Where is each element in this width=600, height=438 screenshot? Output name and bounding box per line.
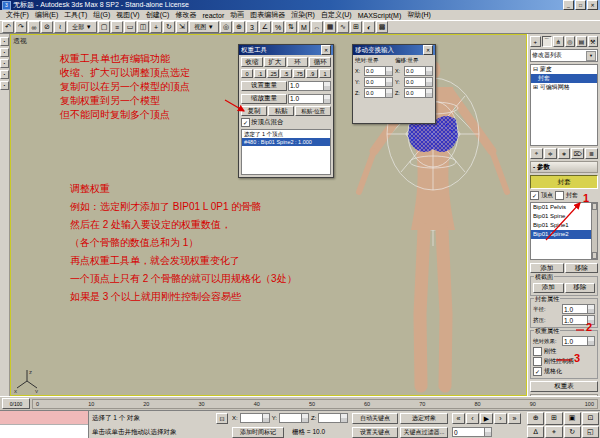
- menu-item[interactable]: 创建(C): [143, 10, 173, 20]
- spinner[interactable]: [425, 77, 433, 87]
- paste-position-button[interactable]: 粘贴-位置: [295, 106, 331, 116]
- snap-toggle-icon[interactable]: 3: [246, 21, 258, 33]
- close-button[interactable]: ✕: [587, 0, 598, 10]
- unlink-selection-icon[interactable]: ⊘: [41, 21, 53, 33]
- radius-field[interactable]: 1.0: [562, 304, 587, 314]
- spinner[interactable]: [385, 66, 393, 76]
- track-bar[interactable]: 0/100 0102030405060708090100: [0, 396, 600, 410]
- add-time-tag-button[interactable]: 添加时间标记: [232, 427, 284, 438]
- scrollbar[interactable]: [591, 203, 597, 259]
- listener-macro-row[interactable]: [0, 411, 88, 425]
- copy-weights-button[interactable]: 复制: [241, 106, 267, 116]
- make-unique-icon[interactable]: ∗: [558, 148, 571, 159]
- frame-ruler[interactable]: 0102030405060708090100: [32, 399, 598, 409]
- rectangular-selection-region-icon[interactable]: ▭: [124, 21, 136, 33]
- frame-number-field[interactable]: 0: [452, 427, 484, 437]
- menu-item[interactable]: 工具(T): [61, 10, 90, 20]
- normalize-checkbox[interactable]: [533, 367, 542, 376]
- vertex-select-button[interactable]: 收缩: [241, 57, 263, 67]
- menu-item[interactable]: 组(G): [90, 10, 113, 20]
- paste-weights-button[interactable]: 粘贴: [268, 106, 294, 116]
- play-button[interactable]: ▶: [480, 413, 493, 424]
- rigid-checkbox[interactable]: [533, 347, 542, 356]
- bone-list-item[interactable]: Bip01 Spine: [531, 212, 591, 221]
- vertex-select-button[interactable]: 扩大: [264, 57, 286, 67]
- use-pivot-point-icon[interactable]: ◎: [220, 21, 232, 33]
- weight-table-button[interactable]: 权重表: [530, 381, 598, 392]
- vertices-checkbox[interactable]: [530, 191, 539, 200]
- offset-coordinate-field[interactable]: 0.0: [404, 88, 425, 98]
- menu-item[interactable]: 图表编辑器: [247, 10, 288, 20]
- cross-section-add-button[interactable]: 添加: [533, 283, 564, 293]
- rigid-handles-checkbox[interactable]: [533, 357, 542, 366]
- absolute-coordinate-field[interactable]: 0.0: [364, 77, 385, 87]
- zoom-extents-icon[interactable]: ▣: [564, 412, 581, 425]
- menu-item[interactable]: 动画: [227, 10, 247, 20]
- z-coordinate-field[interactable]: [318, 413, 340, 423]
- percent-snap-icon[interactable]: %: [272, 21, 284, 33]
- vertex-weight-row[interactable]: #480 : Bip01 Spine2 : 1.000: [242, 138, 330, 146]
- left-dock-icon-4[interactable]: ▪: [0, 70, 9, 79]
- reference-coordinate-dropdown[interactable]: 视图 ▼: [189, 21, 219, 33]
- utilities-tab-icon[interactable]: ⚒: [588, 36, 599, 47]
- create-tab-icon[interactable]: +: [530, 36, 541, 47]
- window-crossing-icon[interactable]: ◫: [137, 21, 149, 33]
- weight-preset-button[interactable]: .75: [293, 69, 305, 78]
- left-dock-icon-2[interactable]: ▪: [0, 48, 9, 57]
- menu-item[interactable]: reactor: [199, 12, 227, 19]
- layer-manager-icon[interactable]: ▦: [324, 21, 336, 33]
- vertex-select-button[interactable]: 循环: [309, 57, 331, 67]
- bone-list-item[interactable]: Bip01 Pelvis: [531, 203, 591, 212]
- transform-type-in-titlebar[interactable]: 移动变换输入 ✕: [353, 45, 435, 55]
- vertex-weight-list[interactable]: 选定了 1 个顶点#480 : Bip01 Spine2 : 1.000: [241, 129, 331, 175]
- left-dock-icon-3[interactable]: ▪: [0, 59, 9, 68]
- vertex-select-button[interactable]: 环: [287, 57, 309, 67]
- render-scene-icon[interactable]: ▩: [376, 21, 388, 33]
- modifier-stack-item[interactable]: ⊟ 蒙皮: [531, 65, 597, 74]
- spinner[interactable]: [484, 427, 492, 437]
- menu-item[interactable]: 文件(F): [3, 10, 32, 20]
- menu-item[interactable]: 自定义(U): [318, 10, 355, 20]
- edit-envelopes-button[interactable]: 封套: [530, 175, 598, 189]
- menu-item[interactable]: 渲染(R): [288, 10, 318, 20]
- spinner[interactable]: [323, 94, 331, 104]
- maximize-button[interactable]: □: [575, 0, 586, 10]
- pin-stack-icon[interactable]: ⌖: [530, 148, 543, 159]
- offset-coordinate-field[interactable]: 0.0: [404, 66, 425, 76]
- parameters-rollout[interactable]: - 参数: [530, 161, 598, 173]
- next-frame-button[interactable]: ›: [494, 413, 507, 424]
- material-editor-icon[interactable]: ◐: [363, 21, 375, 33]
- align-icon[interactable]: ⇔: [311, 21, 323, 33]
- spinner[interactable]: [385, 88, 393, 98]
- curve-editor-icon[interactable]: ∿: [337, 21, 349, 33]
- modifier-stack-item[interactable]: ⊞ 可编辑网格: [531, 83, 597, 92]
- offset-coordinate-field[interactable]: 0.0: [404, 77, 425, 87]
- weight-preset-button[interactable]: .1: [254, 69, 266, 78]
- configure-modifier-sets-icon[interactable]: ≣: [585, 148, 598, 159]
- key-filters-button[interactable]: 关键点过滤器...: [400, 427, 448, 438]
- absolute-coordinate-field[interactable]: 0.0: [364, 66, 385, 76]
- go-to-end-button[interactable]: »: [508, 413, 521, 424]
- motion-tab-icon[interactable]: ◎: [565, 36, 576, 47]
- menu-item[interactable]: 帮助(H): [404, 10, 434, 20]
- left-dock-icon-1[interactable]: ▪: [0, 37, 9, 46]
- selection-filter-dropdown[interactable]: 全部 ▼: [67, 21, 97, 33]
- minimize-button[interactable]: _: [563, 0, 574, 10]
- arc-rotate-icon[interactable]: ↻: [564, 426, 581, 438]
- previous-frame-button[interactable]: ‹: [466, 413, 479, 424]
- spinner[interactable]: [587, 304, 595, 314]
- maximize-viewport-toggle-icon[interactable]: ◱: [582, 426, 599, 438]
- field-of-view-icon[interactable]: ∆: [527, 426, 544, 438]
- modifier-stack-item[interactable]: 封套: [531, 74, 597, 83]
- zoom-all-icon[interactable]: ⊞: [545, 412, 562, 425]
- add-bone-button[interactable]: 添加: [530, 263, 564, 273]
- schematic-view-icon[interactable]: ⊞: [350, 21, 362, 33]
- remove-modifier-icon[interactable]: ⌦: [571, 148, 584, 159]
- blend-checkbox[interactable]: [241, 118, 250, 127]
- spinner[interactable]: [340, 413, 348, 423]
- spinner[interactable]: [425, 66, 433, 76]
- maxscript-mini-listener[interactable]: [0, 411, 89, 438]
- menu-item[interactable]: 修改器: [172, 10, 199, 20]
- scale-weight-field[interactable]: 1.0: [288, 94, 323, 104]
- menu-item[interactable]: MAXScript(M): [355, 12, 405, 19]
